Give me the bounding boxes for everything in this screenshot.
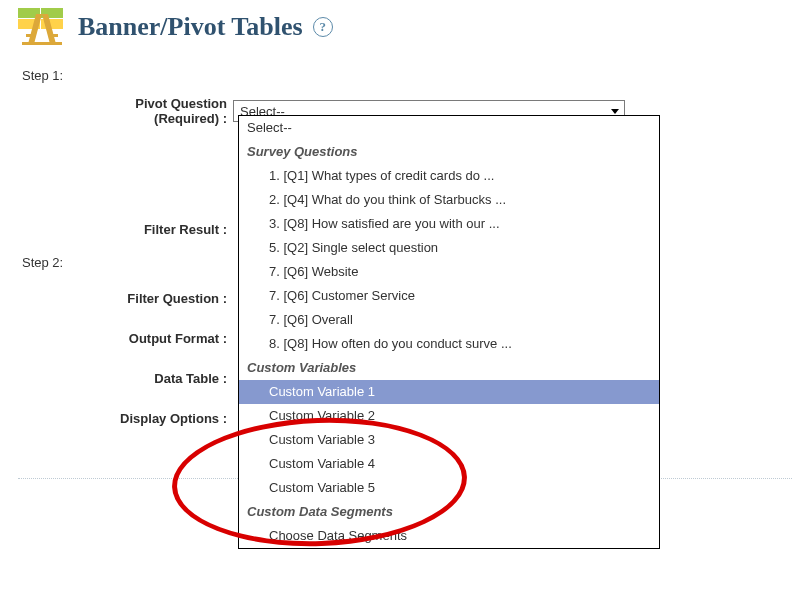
label-filter-result: Filter Result : (18, 222, 233, 237)
dropdown-opt-1-2[interactable]: Custom Variable 3 (239, 428, 659, 452)
svg-rect-4 (22, 42, 62, 45)
label-display-options: Display Options : (18, 411, 233, 426)
banner-pivot-icon (18, 8, 66, 46)
dropdown-opt-0-4[interactable]: 7. [Q6] Website (239, 260, 659, 284)
dropdown-opt-0-1[interactable]: 2. [Q4] What do you think of Starbucks .… (239, 188, 659, 212)
dropdown-opt-select[interactable]: Select-- (239, 116, 659, 140)
dropdown-opt-0-2[interactable]: 3. [Q8] How satisfied are you with our .… (239, 212, 659, 236)
page-header: Banner/Pivot Tables ? (18, 8, 792, 46)
pivot-question-dropdown[interactable]: Select--Survey Questions1. [Q1] What typ… (238, 115, 660, 549)
label-filter-question: Filter Question : (18, 291, 233, 306)
dropdown-opt-0-0[interactable]: 1. [Q1] What types of credit cards do ..… (239, 164, 659, 188)
dropdown-opt-1-4[interactable]: Custom Variable 5 (239, 476, 659, 500)
dropdown-opt-1-0[interactable]: Custom Variable 1 (239, 380, 659, 404)
dropdown-opt-0-6[interactable]: 7. [Q6] Overall (239, 308, 659, 332)
step1-label: Step 1: (22, 68, 792, 83)
dropdown-opt-0-3[interactable]: 5. [Q2] Single select question (239, 236, 659, 260)
dropdown-opt-0-5[interactable]: 7. [Q6] Customer Service (239, 284, 659, 308)
label-pivot-question: Pivot Question (Required) : (18, 96, 233, 126)
dropdown-group-1: Custom Variables (239, 356, 659, 380)
svg-rect-6 (53, 34, 58, 37)
dropdown-group-0: Survey Questions (239, 140, 659, 164)
dropdown-opt-2-0[interactable]: Choose Data Segments (239, 524, 659, 548)
help-icon[interactable]: ? (313, 17, 333, 37)
svg-rect-5 (26, 34, 31, 37)
label-data-table: Data Table : (18, 371, 233, 386)
pivot-form: Step 1: Pivot Question (Required) : Sele… (18, 68, 792, 479)
label-output-format: Output Format : (18, 331, 233, 346)
dropdown-opt-1-3[interactable]: Custom Variable 4 (239, 452, 659, 476)
page-title: Banner/Pivot Tables (78, 12, 303, 42)
dropdown-opt-1-1[interactable]: Custom Variable 2 (239, 404, 659, 428)
dropdown-opt-0-7[interactable]: 8. [Q8] How often do you conduct surve .… (239, 332, 659, 356)
dropdown-group-2: Custom Data Segments (239, 500, 659, 524)
